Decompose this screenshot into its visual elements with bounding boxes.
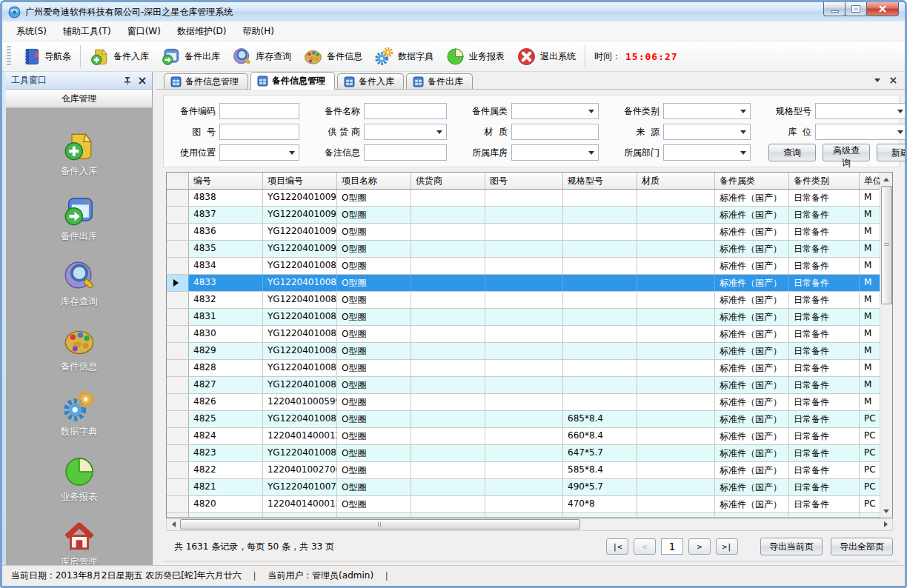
toolbar-button-1[interactable]: 备件入库 xyxy=(84,44,155,70)
pin-icon[interactable] xyxy=(123,76,132,85)
row-selector[interactable] xyxy=(167,343,189,359)
field-select-2-2[interactable] xyxy=(511,144,599,161)
field-select-0-2[interactable] xyxy=(511,103,599,119)
next-page-button[interactable]: > xyxy=(688,538,711,555)
row-selector[interactable] xyxy=(167,394,189,410)
field-select-0-3[interactable] xyxy=(663,103,751,119)
row-selector[interactable] xyxy=(167,190,189,206)
row-selector[interactable] xyxy=(167,207,189,223)
horizontal-scrollbar[interactable] xyxy=(166,518,893,531)
row-selector[interactable] xyxy=(167,479,189,495)
field-select-2-3[interactable] xyxy=(663,144,751,161)
export-all-pages-button[interactable]: 导出全部页 xyxy=(831,538,893,555)
column-header-2[interactable]: 项目名称 xyxy=(337,173,411,189)
field-input-1-2[interactable] xyxy=(511,124,599,140)
table-row[interactable]: 4832YG12204010087O型圈标准件（国产）日常备件M xyxy=(167,292,880,309)
menu-item-1[interactable]: 辅助工具(T) xyxy=(55,21,119,41)
column-header-5[interactable]: 规格型号 xyxy=(563,173,637,189)
vertical-scrollbar[interactable] xyxy=(880,173,892,518)
chevron-down-icon[interactable] xyxy=(737,146,749,159)
sidebar-item-4[interactable]: 数据字典 xyxy=(61,390,98,438)
chevron-down-icon[interactable] xyxy=(585,146,597,159)
panel-close-icon[interactable] xyxy=(138,76,147,85)
row-selector[interactable] xyxy=(167,360,189,376)
column-header-4[interactable]: 图号 xyxy=(485,173,563,189)
field-input-2-1[interactable] xyxy=(364,144,447,161)
last-page-button[interactable]: >| xyxy=(716,538,738,555)
form-button-1[interactable]: 高级查询 xyxy=(823,144,870,161)
field-select-1-4[interactable] xyxy=(815,124,907,140)
form-button-0[interactable]: 查询 xyxy=(768,144,816,161)
toolbar-button-3[interactable]: 库存查询 xyxy=(226,44,297,70)
tab-3[interactable]: 备件出库 xyxy=(406,73,473,89)
toolbar-button-6[interactable]: 业务报表 xyxy=(439,44,511,70)
toolbar-button-4[interactable]: 备件信息 xyxy=(297,44,368,70)
row-selector[interactable] xyxy=(167,428,189,444)
toolbar-button-7[interactable]: 退出系统 xyxy=(511,44,582,70)
sidebar-item-3[interactable]: 备件信息 xyxy=(61,324,98,373)
scroll-up-icon[interactable] xyxy=(880,173,893,185)
column-header-6[interactable]: 材质 xyxy=(637,173,715,189)
maximize-button[interactable] xyxy=(845,2,867,16)
table-row[interactable]: 4831YG12204010086O型圈标准件（国产）日常备件M xyxy=(167,309,880,326)
sidebar-item-0[interactable]: 备件入库 xyxy=(61,129,98,178)
chevron-down-icon[interactable] xyxy=(737,104,749,118)
table-row[interactable]: 4829YG12204010084O型圈标准件（国产）日常备件M xyxy=(167,343,880,360)
sidebar-item-1[interactable]: 备件出库 xyxy=(61,194,98,243)
row-selector[interactable] xyxy=(167,411,189,427)
column-header-1[interactable]: 项目编号 xyxy=(263,173,337,189)
row-selector[interactable] xyxy=(167,496,189,512)
scroll-down-icon[interactable] xyxy=(880,505,893,518)
table-row[interactable]: 4837YG12204010092O型圈标准件（国产）日常备件M xyxy=(167,207,880,224)
menu-item-2[interactable]: 窗口(W) xyxy=(119,21,169,41)
column-header-7[interactable]: 备件属类 xyxy=(715,173,789,189)
chevron-down-icon[interactable] xyxy=(433,125,445,138)
row-selector[interactable] xyxy=(167,462,189,478)
tab-1[interactable]: 备件信息管理 xyxy=(250,72,335,90)
sidebar-item-6[interactable]: 库房管理 xyxy=(61,520,98,565)
row-selector[interactable] xyxy=(167,377,189,393)
column-header-0[interactable]: 编号 xyxy=(189,173,263,189)
table-row[interactable]: 4836YG12204010091O型圈标准件（国产）日常备件M xyxy=(167,224,880,241)
table-row[interactable]: 48201220401400013O型圈470*8标准件（国产）日常备件PC xyxy=(167,496,880,513)
first-page-button[interactable]: |< xyxy=(606,538,628,555)
field-select-1-1[interactable] xyxy=(364,124,447,140)
chevron-down-icon[interactable] xyxy=(585,104,597,118)
table-row[interactable]: 4830YG12204010085O型圈标准件（国产）日常备件M xyxy=(167,326,880,343)
tab-close-icon[interactable] xyxy=(889,76,897,84)
row-selector[interactable] xyxy=(167,326,189,342)
menu-item-4[interactable]: 帮助(H) xyxy=(235,21,282,41)
table-row[interactable]: 4828YG12204010083O型圈标准件（国产）日常备件M xyxy=(167,360,880,377)
chevron-down-icon[interactable] xyxy=(286,146,298,159)
tab-2[interactable]: 备件入库 xyxy=(337,73,404,89)
close-button[interactable] xyxy=(866,2,899,16)
chevron-down-icon[interactable] xyxy=(737,125,749,138)
menu-item-0[interactable]: 系统(S) xyxy=(8,21,55,41)
toolbar-button-2[interactable]: 备件出库 xyxy=(155,44,226,70)
table-row[interactable]: 4833YG12204010088O型圈标准件（国产）日常备件M xyxy=(167,275,880,292)
title-bar[interactable]: 广州爱奇迪软件科技有限公司-深田之星仓库管理系统 xyxy=(2,2,905,21)
sidebar-item-2[interactable]: 库存查询 xyxy=(61,259,98,308)
field-select-0-4[interactable] xyxy=(815,103,907,119)
row-selector[interactable] xyxy=(167,292,189,308)
row-selector[interactable] xyxy=(167,241,189,257)
sidebar-item-5[interactable]: 业务报表 xyxy=(61,455,98,504)
table-row[interactable]: 4838YG12204010093O型圈标准件（国产）日常备件M xyxy=(167,190,880,207)
field-select-2-0[interactable] xyxy=(219,144,299,161)
table-row[interactable]: 4835YG12204010090O型圈标准件（国产）日常备件M xyxy=(167,241,880,258)
row-selector[interactable] xyxy=(167,258,189,274)
table-row[interactable]: 48241220401400012O型圈660*8.4标准件（国产）日常备件PC xyxy=(167,428,880,445)
field-input-0-0[interactable] xyxy=(219,103,299,119)
field-select-1-3[interactable] xyxy=(663,124,751,140)
menu-item-3[interactable]: 数据维护(D) xyxy=(169,21,235,41)
minimize-button[interactable] xyxy=(823,2,845,16)
table-row[interactable]: 4827YG12204010082O型圈标准件（国产）日常备件M xyxy=(167,377,880,394)
column-header-8[interactable]: 备件类别 xyxy=(789,173,860,189)
toolbar-grip[interactable] xyxy=(7,46,11,67)
vertical-scroll-thumb[interactable] xyxy=(881,186,892,304)
row-selector-current[interactable] xyxy=(167,275,189,291)
scroll-right-icon[interactable] xyxy=(880,518,892,531)
chevron-down-icon[interactable] xyxy=(894,104,906,118)
field-input-1-0[interactable] xyxy=(219,124,299,140)
prev-page-button[interactable]: < xyxy=(634,538,656,555)
